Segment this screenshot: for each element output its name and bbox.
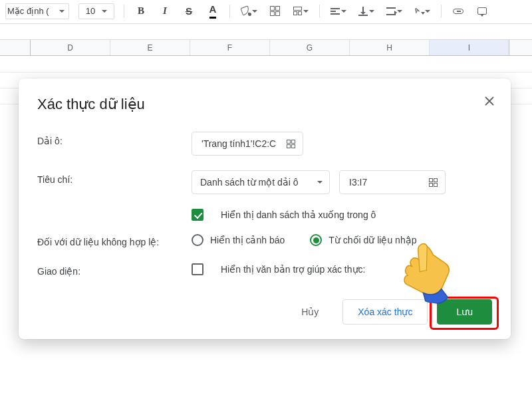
text-color-icon: A (209, 3, 217, 19)
caret-down-icon (369, 10, 374, 13)
horizontal-align-button[interactable] (329, 4, 348, 19)
rotation-icon (414, 7, 424, 16)
wrap-icon (386, 7, 396, 15)
criteria-type-select[interactable]: Danh sách từ một dải ô (192, 170, 330, 194)
caret-down-icon (59, 10, 65, 13)
text-color-button[interactable]: A (205, 4, 220, 19)
show-warning-label: Hiển thị cảnh báo (210, 235, 285, 245)
save-button[interactable]: Lưu (437, 299, 492, 325)
font-size-select[interactable]: 10 (78, 3, 114, 19)
column-header[interactable]: F (190, 40, 270, 55)
column-header[interactable]: H (350, 40, 430, 55)
remove-validation-button[interactable]: Xóa xác thực (342, 299, 428, 325)
merge-icon (293, 7, 302, 15)
cell-range-input[interactable] (200, 138, 280, 150)
show-dropdown-checkbox[interactable] (192, 209, 203, 221)
separator (229, 5, 230, 18)
vertical-align-button[interactable] (357, 4, 376, 19)
criteria-label: Tiêu chí: (37, 170, 192, 185)
text-wrap-button[interactable] (385, 4, 404, 19)
show-warning-radio[interactable] (192, 234, 203, 246)
insert-link-button[interactable] (451, 4, 466, 19)
data-validation-dialog: Xác thực dữ liệu Dải ô: Tiêu chí: Danh s… (19, 78, 511, 339)
close-button[interactable] (481, 93, 497, 109)
toolbar: Mặc định ( 10 B I S A (0, 0, 532, 24)
caret-down-icon (341, 10, 346, 13)
reject-input-radio[interactable] (310, 234, 322, 246)
separator (319, 5, 320, 18)
font-size-value: 10 (86, 6, 95, 16)
caret-down-icon (317, 181, 323, 184)
italic-button[interactable]: I (158, 4, 172, 19)
show-dropdown-label: Hiển thị danh sách thả xuống trong ô (221, 209, 376, 220)
insert-comment-button[interactable] (475, 4, 489, 19)
formula-bar[interactable] (0, 24, 532, 40)
select-range-button[interactable] (284, 138, 297, 150)
on-invalid-label: Đối với dữ liệu không hợp lệ: (37, 233, 192, 247)
strikethrough-button[interactable]: S (182, 4, 196, 19)
italic-icon: I (163, 5, 167, 17)
merge-cells-button[interactable] (291, 4, 310, 19)
dialog-actions: Hủy Xóa xác thực Lưu (37, 299, 492, 325)
criteria-range-input[interactable] (348, 176, 422, 188)
bold-button[interactable]: B (134, 4, 148, 19)
font-family-value: Mặc định ( (7, 6, 49, 16)
separator (124, 5, 124, 18)
bold-icon: B (138, 5, 144, 17)
caret-down-icon (303, 10, 309, 13)
column-header[interactable]: G (270, 40, 350, 55)
caret-down-icon (252, 10, 257, 13)
caret-down-icon (397, 10, 402, 13)
strikethrough-icon: S (186, 5, 192, 17)
column-headers: D E F G H I (0, 40, 532, 56)
caret-down-icon (102, 10, 107, 13)
column-header[interactable]: D (31, 40, 110, 55)
cell-range-label: Dải ô: (37, 132, 192, 146)
separator (441, 5, 442, 18)
borders-icon (270, 6, 280, 16)
select-range-button[interactable] (426, 176, 440, 189)
fill-icon (240, 7, 251, 16)
criteria-type-value: Danh sách từ một dải ô (200, 177, 299, 188)
borders-button[interactable] (267, 4, 282, 19)
criteria-range-input-wrapper (339, 170, 446, 194)
comment-icon (477, 7, 487, 15)
column-header[interactable]: E (110, 40, 190, 55)
show-help-text-checkbox[interactable] (192, 263, 203, 275)
caret-down-icon (425, 10, 430, 13)
select-all-corner[interactable] (0, 40, 31, 55)
appearance-label: Giao diện: (37, 262, 192, 277)
cancel-button[interactable]: Hủy (287, 299, 333, 325)
align-left-icon (331, 8, 340, 15)
fill-color-button[interactable] (239, 4, 258, 19)
text-rotation-button[interactable] (413, 4, 432, 19)
font-family-select[interactable]: Mặc định ( (5, 3, 69, 19)
close-icon (485, 96, 494, 106)
reject-input-label: Từ chối dữ liệu nhập (329, 235, 416, 245)
align-bottom-icon (358, 7, 368, 16)
column-header[interactable]: I (430, 40, 509, 55)
cell-range-input-wrapper (192, 132, 303, 156)
link-icon (453, 9, 464, 14)
dialog-title: Xác thực dữ liệu (37, 96, 492, 113)
show-help-text-label: Hiển thị văn bản trợ giúp xác thực: (221, 264, 365, 275)
spacer (37, 209, 192, 213)
